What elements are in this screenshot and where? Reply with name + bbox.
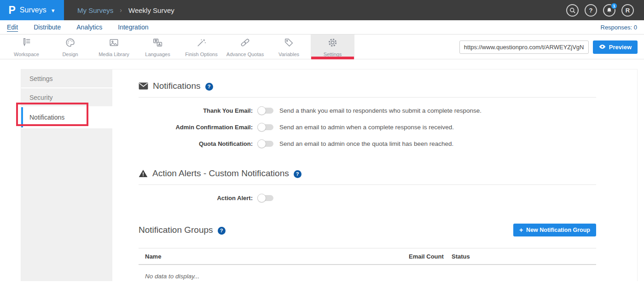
help-button[interactable]: ? (585, 4, 597, 17)
survey-nav-row: Edit Distribute Analytics Integration Re… (0, 20, 644, 35)
admin-confirmation-email-description: Send an email to admin when a complete r… (279, 124, 454, 131)
help-icon: ? (589, 7, 593, 14)
admin-confirmation-email-row: Admin Confirmation Email: Send an email … (139, 124, 596, 131)
finish-options-wand-icon (196, 37, 207, 50)
toggle-knob (257, 139, 266, 148)
notifications-button[interactable]: 1 (603, 4, 615, 17)
media-library-icon (108, 37, 120, 50)
user-avatar[interactable]: R (621, 4, 634, 17)
column-header-status: Status (452, 253, 590, 260)
column-header-email-count: Email Count (409, 253, 452, 260)
avatar-initial: R (626, 7, 630, 14)
notifications-help-icon[interactable]: ? (205, 83, 213, 91)
toolbar-item-finish-options[interactable]: Finish Options (180, 35, 223, 59)
empty-table-message: No data to display... (139, 265, 596, 280)
survey-nav-tabs: Edit Distribute Analytics Integration (7, 23, 148, 31)
toggle-knob (257, 194, 266, 202)
action-alert-label: Action Alert: (139, 195, 253, 202)
toggle-knob (257, 106, 266, 115)
breadcrumb-current-survey: Weekly Survey (128, 6, 174, 14)
notification-groups-title: Notification Groups (139, 225, 213, 235)
surveys-product-menu[interactable]: P Surveys ▼ (0, 0, 64, 20)
notification-groups-help-icon[interactable]: ? (218, 227, 226, 235)
action-alerts-section-title: Action Alerts - Custom Notifications (152, 168, 289, 179)
notification-groups-table: Name Email Count Status No data to displ… (139, 248, 596, 280)
variables-tag-icon (283, 37, 295, 50)
sidebar-item-security[interactable]: Security (21, 88, 112, 106)
languages-icon (152, 37, 163, 50)
breadcrumb: My Surveys › Weekly Survey (77, 6, 174, 14)
notifications-section-title: Notifications (153, 81, 201, 91)
responses-count[interactable]: Responses: 0 (601, 24, 638, 31)
edit-toolbar: Workspace Design Media Library Languages… (0, 35, 644, 59)
settings-gear-icon (327, 37, 338, 50)
toolbar-item-languages[interactable]: Languages (136, 35, 180, 59)
toggle-knob (257, 123, 266, 132)
toolbar-item-settings[interactable]: Settings (311, 35, 354, 59)
new-notification-group-button[interactable]: + New Notification Group (513, 224, 596, 236)
table-header-row: Name Email Count Status (139, 248, 596, 265)
settings-sidebar: Settings Security Notifications (21, 69, 112, 281)
toolbar-item-workspace[interactable]: Workspace (5, 35, 48, 59)
admin-confirmation-email-label: Admin Confirmation Email: (139, 124, 253, 131)
eye-icon (599, 44, 606, 51)
search-icon (569, 7, 576, 14)
thank-you-email-description: Send a thank you email to respondents wh… (279, 107, 482, 114)
search-button[interactable] (566, 4, 579, 17)
toolbar-item-variables[interactable]: Variables (267, 35, 311, 59)
divider (139, 97, 596, 98)
plus-icon: + (519, 226, 523, 234)
notification-count-badge: 1 (611, 3, 617, 9)
thank-you-email-label: Thank You Email: (139, 107, 253, 114)
toolbar-item-media-library[interactable]: Media Library (92, 35, 136, 59)
tab-analytics[interactable]: Analytics (76, 23, 102, 31)
sidebar-item-notifications[interactable]: Notifications (21, 107, 112, 127)
action-alert-row: Action Alert: (139, 195, 596, 202)
chevron-down-icon: ▼ (51, 8, 56, 13)
action-alerts-help-icon[interactable]: ? (294, 170, 302, 178)
quota-notification-label: Quota Notification: (139, 140, 253, 147)
divider (139, 184, 596, 185)
sidebar-item-settings[interactable]: Settings (21, 69, 112, 87)
toolbar-item-design[interactable]: Design (48, 35, 92, 59)
notifications-settings-main: Notifications ? Thank You Email: Send a … (112, 69, 637, 281)
quota-notification-description: Send an email to admin once the quota li… (279, 140, 453, 147)
tab-edit[interactable]: Edit (7, 23, 18, 31)
thank-you-email-toggle[interactable] (259, 108, 273, 114)
column-header-name: Name (145, 253, 409, 260)
workspace-icon (21, 37, 32, 50)
quota-notification-toggle[interactable] (259, 141, 273, 147)
brand-label: Surveys (20, 6, 46, 14)
top-bar: P Surveys ▼ My Surveys › Weekly Survey ?… (0, 0, 644, 20)
envelope-icon (139, 82, 148, 90)
design-palette-icon (64, 37, 76, 50)
advance-quotas-link-icon (239, 37, 251, 50)
notification-groups-header: Notification Groups ? + New Notification… (139, 224, 596, 236)
tab-integration[interactable]: Integration (118, 23, 148, 31)
notifications-section-header: Notifications ? (139, 81, 596, 91)
breadcrumb-separator-icon: › (120, 6, 122, 14)
warning-triangle-icon (139, 169, 148, 178)
breadcrumb-my-surveys[interactable]: My Surveys (77, 6, 113, 14)
topbar-actions: ? 1 R (566, 4, 634, 17)
preview-button[interactable]: Preview (593, 40, 638, 54)
action-alert-toggle[interactable] (259, 195, 273, 201)
settings-panel: Settings Security Notifications Notifica… (21, 69, 638, 281)
questionpro-logo-icon: P (8, 5, 15, 16)
thank-you-email-row: Thank You Email: Send a thank you email … (139, 107, 596, 114)
settings-annotation-underline (311, 57, 354, 59)
action-alerts-section-header: Action Alerts - Custom Notifications ? (139, 168, 596, 179)
quota-notification-row: Quota Notification: Send an email to adm… (139, 140, 596, 147)
survey-url-input[interactable] (459, 40, 589, 54)
admin-confirmation-email-toggle[interactable] (259, 124, 273, 130)
toolbar-item-advance-quotas[interactable]: Advance Quotas (223, 35, 267, 59)
tab-distribute[interactable]: Distribute (34, 23, 61, 31)
sidebar-filler (21, 128, 112, 281)
toolbar-right: Preview (459, 35, 638, 59)
